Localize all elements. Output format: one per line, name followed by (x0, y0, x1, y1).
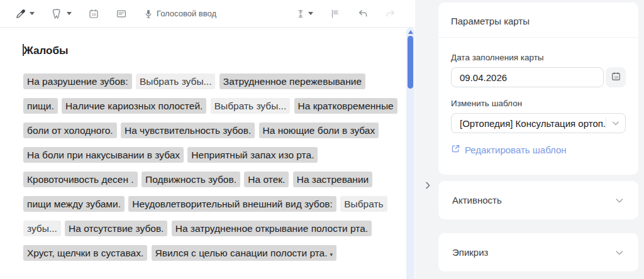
editor-scrollbar-thumb[interactable] (408, 36, 413, 89)
note-icon (116, 8, 127, 19)
template-select[interactable]: [Ортопедия] Консультация ортоп... (451, 113, 626, 133)
complaint-tag[interactable]: На отсутствие зубов. (65, 221, 167, 236)
flag-icon (330, 8, 341, 19)
complaint-tag[interactable]: Неприятный запах изо рта. (187, 147, 318, 163)
complaint-tag[interactable]: Выбрать зубы... (136, 74, 216, 89)
panel-title: Параметры карты (438, 3, 638, 37)
template-field-label: Изменить шаблон (451, 99, 626, 108)
complaint-tag[interactable]: Подвижность зубов. (142, 172, 240, 187)
calendar-picker-button[interactable]: 19 (606, 67, 626, 87)
microphone-icon (143, 8, 153, 19)
complaint-tag[interactable]: Выбрать зубы... (211, 98, 291, 114)
dropdown-caret-icon (30, 12, 35, 15)
tooth-button[interactable] (48, 5, 74, 23)
chevron-right-icon (423, 183, 433, 192)
section-activity-label: Активность (452, 195, 502, 205)
editor-panel: 19 Голосовой вв (0, 0, 415, 279)
tooth-icon (51, 8, 64, 20)
complaint-tag[interactable]: Наличие кариозных полостей. (62, 98, 206, 114)
eyedropper-icon (15, 8, 26, 19)
chevron-down-icon (614, 195, 625, 205)
line-spacing-button[interactable] (294, 6, 316, 22)
voice-input-label: Голосовой ввод (157, 9, 216, 18)
complaint-tag[interactable]: Хруст, щелчки в суставах. (23, 245, 147, 261)
date-input[interactable] (451, 67, 604, 87)
edit-template-link[interactable]: Редактировать шаблон (451, 144, 626, 156)
edit-template-link-text: Редактировать шаблон (465, 145, 567, 155)
complaint-tag[interactable]: На затрудненное открывание полости рта. (172, 221, 372, 236)
dropdown-caret-icon (308, 12, 313, 15)
chevron-down-icon (614, 248, 625, 258)
undo-icon (357, 8, 369, 19)
complaint-tag[interactable]: На боли при накусывании в зубах (23, 147, 184, 163)
svg-text:19: 19 (614, 75, 618, 79)
redo-button[interactable] (382, 6, 399, 22)
dropdown-caret-icon (67, 12, 72, 15)
undo-button[interactable] (355, 6, 371, 22)
document-editor[interactable]: Жалобы На разрушение зубов: Выбрать зубы… (0, 28, 415, 267)
complaint-tag[interactable]: На ноющие боли в зубах (259, 123, 379, 138)
complaint-tag[interactable]: Явился с целью санации полости рта.▾ (152, 245, 337, 261)
editor-toolbar: 19 Голосовой вв (0, 0, 415, 28)
calendar-icon: 19 (88, 8, 99, 19)
color-picker-button[interactable] (13, 6, 37, 22)
calendar-icon: 19 (611, 71, 621, 84)
voice-input-button[interactable]: Голосовой ввод (141, 6, 219, 22)
scrollbar-up-arrow-icon[interactable] (408, 30, 413, 34)
svg-text:19: 19 (92, 13, 96, 16)
date-field-label: Дата заполнения карты (451, 53, 626, 62)
editor-scrollbar-track[interactable] (406, 28, 414, 279)
section-activity[interactable]: Активность (438, 181, 638, 219)
insert-flag-button[interactable] (327, 6, 343, 22)
panel-expand-button[interactable] (421, 180, 434, 192)
external-link-icon (451, 144, 460, 156)
complaint-tag[interactable]: На чувствительность зубов. (121, 123, 255, 138)
complaint-tag[interactable]: На отек. (244, 172, 289, 187)
chevron-down-icon (606, 119, 625, 128)
section-heading-text: Жалобы (24, 45, 69, 57)
template-select-value: [Ортопедия] Консультация ортоп... (460, 118, 606, 129)
complaint-tag[interactable]: Неудовлетворительный внешний вид зубов: (128, 196, 336, 212)
complaint-tag[interactable]: На разрушение зубов: (23, 74, 132, 89)
complaint-tag[interactable]: Кровоточивость десен . (23, 172, 138, 187)
insert-note-button[interactable] (113, 6, 130, 22)
complaints-tags: На разрушение зубов: Выбрать зубы... Зат… (23, 69, 395, 267)
insert-date-button[interactable]: 19 (86, 6, 102, 22)
section-epicrisis[interactable]: Эпикриз (438, 233, 638, 271)
redo-icon (385, 8, 396, 19)
line-spacing-icon (296, 8, 305, 19)
section-heading: Жалобы (23, 44, 394, 57)
tag-dropdown-caret-icon[interactable]: ▾ (330, 251, 333, 258)
toolbar-right-group (294, 6, 399, 22)
card-parameters-panel: Параметры карты Дата заполнения карты 19 (415, 0, 644, 279)
card-parameters: Параметры карты Дата заполнения карты 19 (438, 3, 638, 175)
section-epicrisis-label: Эпикриз (452, 247, 488, 258)
